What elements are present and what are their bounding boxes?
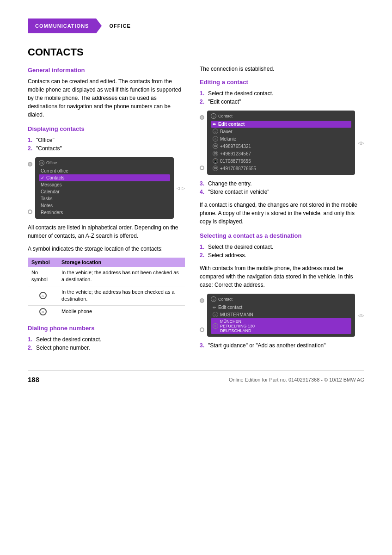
breadcrumb-divider-arrow bbox=[96, 18, 102, 33]
person-icon3: ☺ bbox=[213, 312, 218, 317]
destination-screen-device: ☺ Contact ✏ Edit contact ☺ MUSTERMANN ⊕ bbox=[200, 294, 364, 337]
person-icon1: ☺ bbox=[213, 129, 218, 134]
office-screen-device: ⚙ Office Current office ✓ Contacts Messa… bbox=[28, 157, 185, 219]
selecting-heading: Selecting a contact as a destination bbox=[200, 232, 364, 239]
pencil-icon2: ✏ bbox=[213, 305, 216, 310]
screen-row-phone3: ☎ +4917088776655 bbox=[211, 165, 351, 172]
phone-icon1: ☎ bbox=[213, 143, 218, 149]
screen-row-edit-contact: ✏ Edit contact bbox=[211, 121, 351, 128]
screen-row-mobile1: 📱 017088776655 bbox=[211, 157, 351, 165]
contact-screen-device: ☺ Contact ✏ Edit contact ☺ Bauer ☺ Melan… bbox=[200, 111, 364, 175]
list-item: 2. "Contacts" bbox=[28, 144, 185, 153]
destination-screen-inner: ☺ Contact ✏ Edit contact ☺ MUSTERMANN ⊕ bbox=[207, 294, 355, 337]
editing-heading: Editing a contact bbox=[200, 79, 364, 86]
nav-left2 bbox=[200, 111, 204, 175]
dialing-heading: Dialing phone numbers bbox=[28, 325, 185, 332]
mobile-icon1: 📱 bbox=[213, 158, 218, 164]
final-step-list: 3. "Start guidance" or "Add as another d… bbox=[200, 341, 364, 350]
nav-dot-bottom3 bbox=[200, 327, 204, 332]
list-item: 1. "Office" bbox=[28, 136, 185, 144]
screen-row-bauer: ☺ Bauer bbox=[211, 128, 351, 135]
list-item: 1. Select the desired contact. bbox=[200, 89, 364, 98]
screen-row-notes: Notes bbox=[39, 202, 170, 209]
table-header-storage: Storage location bbox=[58, 258, 185, 267]
nav-left3 bbox=[200, 294, 204, 337]
selecting-note: With contacts from the mobile phone, the… bbox=[200, 264, 364, 289]
desc-cell-house: In the vehicle; the address has been che… bbox=[58, 286, 185, 305]
nav-right2: ◁▷ bbox=[358, 111, 364, 175]
nav-right-indicators3: ◁▷ bbox=[358, 313, 364, 318]
page: COMMUNICATIONS OFFICE CONTACTS General i… bbox=[0, 0, 392, 555]
contact-edit-screen-inner: ☺ Contact ✏ Edit contact ☺ Bauer ☺ Melan… bbox=[207, 111, 355, 175]
nav-dot-bottom2 bbox=[200, 166, 204, 170]
list-item: 1. Select the desired contact. bbox=[28, 335, 185, 344]
connection-text: The connection is established. bbox=[200, 66, 364, 72]
desc-cell-mobile: Mobile phone bbox=[58, 305, 185, 318]
general-info-text: Contacts can be created and edited. The … bbox=[28, 77, 185, 119]
phone-icon2: ☎ bbox=[213, 151, 218, 156]
nav-dot-top bbox=[28, 162, 32, 166]
right-column: The connection is established. Editing a… bbox=[200, 46, 364, 357]
symbol-table: Symbol Storage location No symbol In the… bbox=[28, 258, 185, 318]
person-icon2: ☺ bbox=[213, 136, 218, 142]
office-screen-inner: ⚙ Office Current office ✓ Contacts Messa… bbox=[35, 157, 174, 219]
screen-row-contacts: ✓ Contacts bbox=[39, 174, 170, 181]
nav-dot-bottom bbox=[28, 210, 32, 214]
house-symbol-icon: ⌂ bbox=[39, 292, 47, 299]
symbol-cell-house: ⌂ bbox=[28, 286, 58, 305]
screen-row-melanie: ☺ Melanie bbox=[211, 135, 351, 142]
screen-row-tasks: Tasks bbox=[39, 195, 170, 202]
screen-title-office: ⚙ Office bbox=[39, 160, 170, 166]
page-title: CONTACTS bbox=[28, 46, 185, 58]
footer: 188 Online Edition for Part no. 01402917… bbox=[28, 370, 364, 383]
alphabetical-text: All contacts are listed in alphabetical … bbox=[28, 223, 185, 240]
pencil-icon: ✏ bbox=[213, 122, 216, 127]
screen-row-messages: Messages bbox=[39, 181, 170, 188]
screen-row-mustermann: ☺ MUSTERMANN bbox=[211, 311, 351, 318]
page-number: 188 bbox=[28, 376, 39, 383]
screen-title-contact: ☺ Contact bbox=[211, 113, 351, 119]
office-screen: ⚙ Office Current office ✓ Contacts Messa… bbox=[35, 157, 174, 219]
nav-dot-top2 bbox=[200, 115, 204, 120]
selecting-steps-list: 1. Select the desired contact. 2. Select… bbox=[200, 243, 364, 259]
nav-right3: ◁▷ bbox=[358, 294, 364, 337]
nav-right-indicators2: ◁▷ bbox=[358, 141, 364, 145]
list-item: 2. "Edit contact" bbox=[200, 98, 364, 106]
list-item: 3. Change the entry. bbox=[200, 179, 364, 188]
screen-row-munchen: ⊕ MÜNCHEN PETUELRING 130 DEUTSCHLAND bbox=[211, 318, 351, 334]
mobile-symbol-icon: 8 bbox=[39, 308, 47, 315]
breadcrumb: COMMUNICATIONS OFFICE bbox=[28, 18, 364, 33]
screen-row-phone1: ☎ +49897654321 bbox=[211, 142, 351, 150]
displaying-heading: Displaying contacts bbox=[28, 125, 185, 132]
symbol-cell-none: No symbol bbox=[28, 267, 58, 286]
communications-label: COMMUNICATIONS bbox=[35, 23, 89, 29]
screen-row-phone2: ☎ +49891234567 bbox=[211, 150, 351, 157]
editing-steps2-list: 3. Change the entry. 4. "Store contact i… bbox=[200, 179, 364, 196]
screen-row-calendar: Calendar bbox=[39, 188, 170, 195]
list-item: 2. Select address. bbox=[200, 251, 364, 259]
phone-icon3: ☎ bbox=[213, 166, 218, 171]
contact-screen-icon: ☺ bbox=[211, 113, 216, 119]
no-symbol-text: No symbol bbox=[31, 270, 48, 282]
nav-dot-top3 bbox=[200, 298, 204, 303]
office-label: OFFICE bbox=[109, 23, 130, 29]
list-item: 3. "Start guidance" or "Add as another d… bbox=[200, 341, 364, 350]
screen-row-reminders: Reminders bbox=[39, 209, 170, 216]
general-info-heading: General information bbox=[28, 67, 185, 74]
breadcrumb-communications: COMMUNICATIONS bbox=[28, 18, 96, 33]
list-item: 2. Select phone number. bbox=[28, 344, 185, 352]
map-icon1: ⊕ bbox=[213, 323, 218, 329]
table-header-symbol: Symbol bbox=[28, 258, 58, 267]
list-item: 4. "Store contact in vehicle" bbox=[200, 188, 364, 196]
table-row: 8 Mobile phone bbox=[28, 305, 185, 318]
screen-row-current-office: Current office bbox=[39, 167, 170, 174]
table-row: No symbol In the vehicle; the address ha… bbox=[28, 267, 185, 286]
editing-note: If a contact is changed, the changes are… bbox=[200, 201, 364, 226]
dialing-steps-list: 1. Select the desired contact. 2. Select… bbox=[28, 335, 185, 352]
left-column: CONTACTS General information Contacts ca… bbox=[28, 46, 185, 357]
contact-edit-screen: ☺ Contact ✏ Edit contact ☺ Bauer ☺ Melan… bbox=[207, 111, 355, 175]
screen-title-contact2: ☺ Contact bbox=[211, 296, 351, 302]
editing-steps-list: 1. Select the desired contact. 2. "Edit … bbox=[200, 89, 364, 106]
nav-left bbox=[28, 157, 32, 219]
symbol-cell-mobile: 8 bbox=[28, 305, 58, 318]
